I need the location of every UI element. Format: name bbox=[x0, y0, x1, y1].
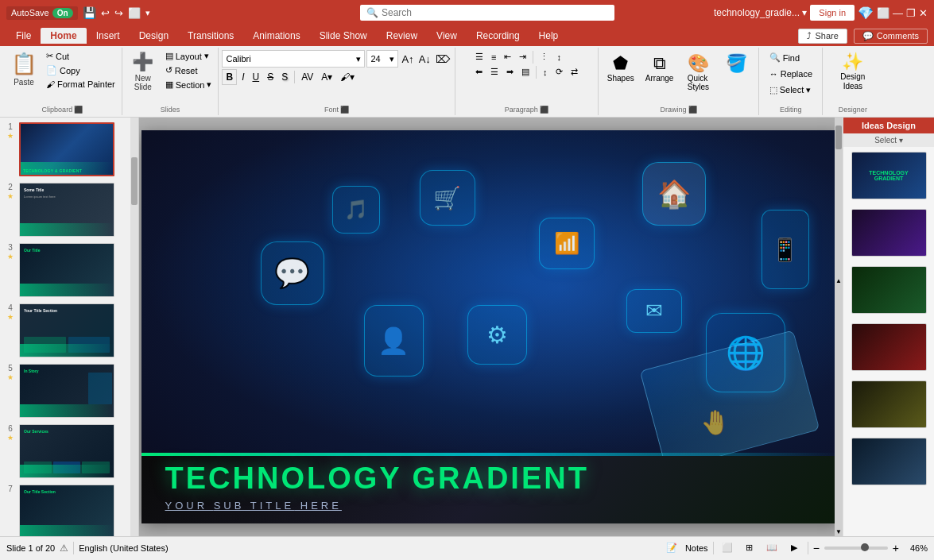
share-button[interactable]: ⤴ Share bbox=[798, 29, 847, 44]
canvas-vscrollbar[interactable]: ▼ ▲ bbox=[835, 118, 843, 536]
zoom-slider[interactable] bbox=[824, 546, 888, 550]
tab-animations[interactable]: Animations bbox=[243, 28, 309, 44]
slide-sorter-button[interactable]: ⊞ bbox=[741, 539, 758, 557]
design-idea-1[interactable]: TECHNOLOGYGRADIENT bbox=[851, 152, 927, 199]
bullets-button[interactable]: ☰ bbox=[472, 50, 486, 64]
align-center-button[interactable]: ☰ bbox=[487, 65, 502, 79]
underline-button[interactable]: U bbox=[249, 70, 262, 84]
font-color-button[interactable]: A▾ bbox=[318, 70, 335, 84]
increase-font-icon[interactable]: A↑ bbox=[400, 52, 415, 67]
language-label[interactable]: English (United States) bbox=[79, 543, 169, 553]
canvas-container[interactable]: ▼ ▲ 💬 🛒 🏠 📱 ✉ bbox=[139, 118, 843, 536]
cut-button[interactable]: ✂ Cut bbox=[43, 49, 118, 63]
drawing-expand-icon[interactable]: ⬛ bbox=[688, 106, 697, 114]
design-idea-3[interactable] bbox=[851, 266, 927, 314]
paste-button[interactable]: 📋 Paste bbox=[6, 49, 41, 89]
strikethrough-button[interactable]: S bbox=[264, 70, 277, 84]
quick-styles-button[interactable]: 🎨 QuickStyles bbox=[680, 51, 715, 94]
zoom-in-icon[interactable]: + bbox=[893, 542, 899, 554]
design-idea-6[interactable] bbox=[851, 438, 927, 485]
scroll-up-arrow[interactable]: ▲ bbox=[835, 277, 843, 285]
slide-thumb-7[interactable]: 7 Our Title Section bbox=[3, 483, 135, 536]
char-spacing-button[interactable]: AV bbox=[298, 70, 316, 84]
clipboard-expand-icon[interactable]: ⬛ bbox=[74, 106, 83, 114]
restore-icon[interactable]: ⬜ bbox=[877, 7, 889, 19]
signin-button[interactable]: Sign in bbox=[810, 5, 855, 21]
tab-home[interactable]: Home bbox=[41, 28, 86, 44]
increase-indent-button[interactable]: ⇥ bbox=[516, 50, 529, 64]
zoom-out-icon[interactable]: − bbox=[813, 542, 820, 554]
accessibility-icon[interactable]: ⚠ bbox=[60, 543, 68, 554]
find-button[interactable]: 🔍 Find bbox=[766, 49, 816, 66]
redo-icon[interactable]: ↪ bbox=[114, 7, 123, 19]
italic-button[interactable]: I bbox=[238, 70, 247, 84]
layout-button[interactable]: ▤ Layout ▾ bbox=[162, 49, 215, 63]
line-spacing-button[interactable]: ↕ bbox=[540, 66, 551, 79]
save-icon[interactable]: 💾 bbox=[83, 6, 96, 19]
notes-button[interactable]: 📝 bbox=[663, 539, 680, 557]
scroll-down-arrow[interactable]: ▼ bbox=[835, 528, 843, 536]
canvas-vscrollbar-thumb[interactable] bbox=[835, 126, 842, 149]
tab-file[interactable]: File bbox=[6, 28, 41, 44]
zoom-level[interactable]: 46% bbox=[904, 543, 928, 553]
slide-thumb-6[interactable]: 6 ★ Our Services bbox=[3, 423, 135, 480]
font-expand-icon[interactable]: ⬛ bbox=[340, 106, 349, 114]
slides-scrollbar-thumb[interactable] bbox=[131, 157, 138, 205]
slideshow-button[interactable]: ▶ bbox=[785, 539, 803, 557]
slide-canvas[interactable]: 💬 🛒 🏠 📱 ✉ 🌐 👤 ⚙ 📶 bbox=[141, 130, 841, 523]
slide-title[interactable]: TECHNOLOGY GRADIENT bbox=[165, 462, 589, 496]
design-idea-2[interactable] bbox=[851, 209, 927, 257]
text-dir-button[interactable]: ↕ bbox=[553, 51, 564, 64]
tablet-icon[interactable]: ⬜ bbox=[128, 7, 141, 19]
replace-button[interactable]: ↔ Replace bbox=[766, 66, 816, 82]
tab-transitions[interactable]: Transitions bbox=[178, 28, 243, 44]
slides-scrollbar[interactable] bbox=[130, 118, 138, 536]
shapes-button[interactable]: ⬟ Shapes bbox=[603, 51, 638, 85]
new-slide-button[interactable]: ➕ NewSlide bbox=[126, 49, 161, 94]
convert-button[interactable]: ⇄ bbox=[568, 65, 581, 79]
format-painter-button[interactable]: 🖌 Format Painter bbox=[43, 78, 118, 91]
tab-review[interactable]: Review bbox=[377, 28, 427, 44]
section-button[interactable]: ▦ Section ▾ bbox=[162, 78, 215, 91]
reset-button[interactable]: ↺ Reset bbox=[162, 64, 215, 77]
tab-recording[interactable]: Recording bbox=[467, 28, 529, 44]
copy-button[interactable]: 📄 Copy bbox=[43, 64, 118, 77]
bold-button[interactable]: B bbox=[222, 69, 237, 85]
justify-button[interactable]: ▤ bbox=[518, 65, 533, 79]
restore-window-icon[interactable]: ❐ bbox=[906, 7, 916, 19]
font-size-selector[interactable]: 24 ▾ bbox=[366, 50, 398, 68]
autosave-toggle[interactable]: On bbox=[52, 8, 73, 18]
title-search-box[interactable]: 🔍 bbox=[360, 5, 614, 21]
rewards-icon[interactable]: 💎 bbox=[858, 6, 874, 21]
comments-button[interactable]: 💬 Comments bbox=[854, 29, 928, 44]
arrange-button[interactable]: ⧉ Arrange bbox=[641, 51, 678, 85]
slide-thumb-4[interactable]: 4 ★ Your Title Section bbox=[3, 302, 135, 359]
close-icon[interactable]: ✕ bbox=[919, 7, 928, 19]
slide-thumb-5[interactable]: 5 ★ In Story bbox=[3, 362, 135, 419]
shadow-button[interactable]: S bbox=[278, 70, 291, 84]
design-idea-4[interactable] bbox=[851, 323, 927, 371]
numbering-button[interactable]: ≡ bbox=[488, 51, 499, 64]
tab-design[interactable]: Design bbox=[130, 28, 178, 44]
tab-view[interactable]: View bbox=[427, 28, 467, 44]
slide-thumb-1[interactable]: 1 ★ TECHNOLOGY & GRADIENT bbox=[3, 121, 135, 178]
designer-panel-select[interactable]: Select ▾ bbox=[843, 133, 934, 147]
clear-format-icon[interactable]: ⌦ bbox=[434, 52, 451, 67]
autosave-badge[interactable]: AutoSave On bbox=[6, 6, 78, 20]
notes-label[interactable]: Notes bbox=[685, 543, 708, 553]
highlight-button[interactable]: 🖌▾ bbox=[337, 70, 358, 84]
select-button[interactable]: ⬚ Select ▾ bbox=[766, 82, 816, 98]
slide-thumb-2[interactable]: 2 ★ Some Title Lorem ipsum text here bbox=[3, 181, 135, 238]
para-expand-icon[interactable]: ⬛ bbox=[540, 106, 548, 114]
align-left-button[interactable]: ⬅ bbox=[472, 65, 486, 79]
design-ideas-button[interactable]: ✨ DesignIdeas bbox=[835, 49, 870, 94]
tab-help[interactable]: Help bbox=[529, 28, 568, 44]
columns-button[interactable]: ⋮ bbox=[537, 50, 552, 64]
decrease-indent-button[interactable]: ⇤ bbox=[501, 50, 514, 64]
shape-fill-button[interactable]: 🪣 bbox=[719, 51, 754, 76]
search-input[interactable] bbox=[382, 7, 608, 18]
undo-icon[interactable]: ↩ bbox=[101, 7, 110, 19]
font-family-selector[interactable]: Calibri ▾ bbox=[222, 50, 365, 68]
minimize-icon[interactable]: — bbox=[893, 7, 903, 19]
align-right-button[interactable]: ➡ bbox=[503, 65, 517, 79]
